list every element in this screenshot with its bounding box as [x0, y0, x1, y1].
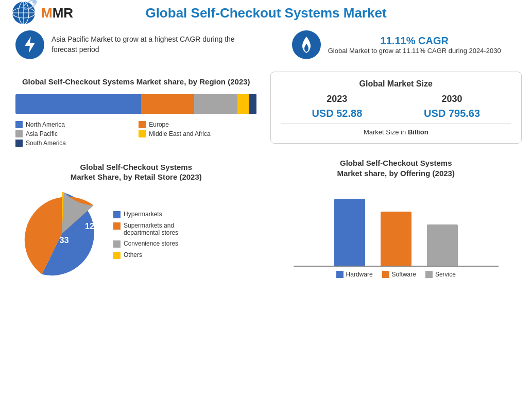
pie-label-hypermarkets: Hypermarkets	[124, 211, 162, 218]
pie-label-others: Others	[124, 251, 142, 258]
swatch-europe	[139, 121, 146, 128]
bar-europe	[141, 94, 194, 114]
header: MMR Global Self-Checkout Systems Market	[10, 5, 522, 21]
left-column: Global Self-Checkout Systems Market shar…	[10, 72, 262, 287]
info-box-left: Asia Pacific Market to grow at a highest…	[10, 26, 261, 63]
legend-label-north-america: North America	[26, 121, 65, 128]
bar-software	[381, 212, 411, 266]
bar-asia-pacific	[194, 94, 237, 114]
offering-label-software: Software	[392, 271, 416, 278]
stacked-bar	[15, 94, 257, 114]
year-2030-label: 2030	[424, 94, 480, 105]
pie-legend: Hypermarkets Supermarkets anddepartmenta…	[113, 211, 178, 259]
market-size-title: Global Market Size	[281, 79, 511, 89]
offering-bar-group	[276, 183, 517, 266]
year-2023-label: 2023	[312, 94, 362, 105]
pie-svg-wrapper: 33 12	[15, 187, 108, 282]
info-text-left: Asia Pacific Market to grow at a highest…	[52, 34, 256, 55]
value-2030: USD 795.63	[424, 108, 480, 119]
legend-europe: Europe	[139, 121, 256, 128]
pie-row: 33 12 Hypermarkets Supermarkets anddepar…	[15, 187, 257, 282]
pie-label-supermarkets: Supermarkets anddepartmental stores	[124, 222, 178, 236]
year-2030-col: 2030 USD 795.63	[424, 94, 480, 119]
pie-swatch-others	[113, 252, 121, 259]
globe-icon	[10, 0, 40, 28]
market-size-years: 2023 USD 52.88 2030 USD 795.63	[281, 94, 511, 119]
legend-label-middle-east: Middle East and Africa	[149, 130, 210, 137]
page-title: Global Self-Checkout Systems Market	[145, 5, 386, 21]
offering-swatch-software	[382, 271, 389, 278]
swatch-north-america	[15, 121, 23, 128]
bar-col-software	[381, 212, 411, 266]
pie-legend-hypermarkets: Hypermarkets	[113, 211, 178, 218]
pie-label-33: 33	[59, 235, 68, 245]
pie-swatch-supermarkets	[113, 222, 121, 230]
legend-north-america: North America	[15, 121, 133, 128]
pie-chart: 33 12	[15, 187, 108, 280]
bar-col-service	[427, 224, 458, 266]
offering-label-service: Service	[435, 271, 456, 278]
bar-hardware	[334, 199, 365, 266]
ms-footnote-bold: Billion	[408, 128, 428, 136]
offering-legend-service: Service	[425, 271, 456, 278]
main-grid: Global Self-Checkout Systems Market shar…	[10, 72, 522, 287]
svg-point-6	[32, 1, 36, 4]
swatch-middle-east	[139, 130, 146, 137]
bar-chart-legend: North America Europe Asia Pacific Middle…	[15, 121, 257, 147]
legend-label-europe: Europe	[149, 121, 169, 128]
pie-swatch-hypermarkets	[113, 211, 121, 218]
offering-label-hardware: Hardware	[346, 271, 373, 278]
offering-legend-software: Software	[382, 271, 416, 278]
ms-footnote: Market Size in Billion	[281, 128, 511, 136]
pie-label-12: 12	[85, 221, 94, 231]
right-column: Global Market Size 2023 USD 52.88 2030 U…	[270, 72, 522, 287]
offering-x-axis	[294, 266, 499, 267]
cagr-box: 11.11% CAGR Global Market to grow at 11.…	[271, 26, 522, 63]
bar-col-hardware	[334, 199, 365, 266]
offering-swatch-service	[425, 271, 433, 278]
bar-chart-title: Global Self-Checkout Systems Market shar…	[15, 77, 257, 87]
pie-legend-supermarkets: Supermarkets anddepartmental stores	[113, 222, 178, 236]
legend-middle-east: Middle East and Africa	[139, 130, 256, 137]
legend-label-asia-pacific: Asia Pacific	[26, 130, 58, 137]
bar-service	[427, 224, 458, 266]
logo-m-letter: M	[41, 5, 53, 21]
bar-middle-east	[237, 94, 249, 114]
pie-legend-others: Others	[113, 251, 178, 259]
page: MMR Global Self-Checkout Systems Market …	[0, 0, 532, 416]
top-info-row: Asia Pacific Market to grow at a highest…	[10, 26, 522, 63]
pie-chart-title: Global Self-Checkout SystemsMarket Share…	[15, 162, 257, 182]
logo-text: MMR	[41, 5, 73, 21]
fire-icon	[299, 36, 314, 54]
lightning-icon-circle	[15, 30, 44, 59]
offering-swatch-hardware	[336, 271, 344, 278]
pie-label-convenience-stores: Convenience stores	[124, 240, 178, 247]
offering-legend-hardware: Hardware	[336, 271, 373, 278]
offering-legend: Hardware Software Service	[276, 271, 517, 278]
logo-area: MMR	[10, 0, 73, 28]
swatch-south-america	[15, 140, 23, 147]
market-size-box: Global Market Size 2023 USD 52.88 2030 U…	[270, 72, 522, 144]
lightning-icon	[23, 36, 37, 54]
value-2023: USD 52.88	[312, 108, 362, 119]
pie-chart-section: Global Self-Checkout SystemsMarket Share…	[10, 157, 262, 287]
ms-divider	[281, 124, 511, 124]
svg-marker-7	[25, 37, 35, 53]
bar-chart-section: Global Self-Checkout Systems Market shar…	[10, 72, 262, 152]
year-2023-col: 2023 USD 52.88	[312, 94, 362, 119]
offering-title: Global Self-Checkout SystemsMarket share…	[276, 158, 517, 178]
bar-south-america	[249, 94, 256, 114]
legend-label-south-america: South America	[26, 140, 66, 147]
pie-swatch-convenience	[113, 240, 121, 248]
fire-icon-circle	[292, 30, 321, 59]
cagr-subtitle: Global Market to grow at 11.11% CAGR dur…	[328, 47, 501, 55]
bar-north-america	[15, 94, 141, 114]
legend-asia-pacific: Asia Pacific	[15, 130, 133, 137]
swatch-asia-pacific	[15, 130, 23, 137]
offering-section: Global Self-Checkout SystemsMarket share…	[270, 153, 522, 283]
cagr-title: 11.11% CAGR	[328, 35, 501, 47]
pie-legend-convenience: Convenience stores	[113, 240, 178, 248]
legend-south-america: South America	[15, 140, 133, 147]
